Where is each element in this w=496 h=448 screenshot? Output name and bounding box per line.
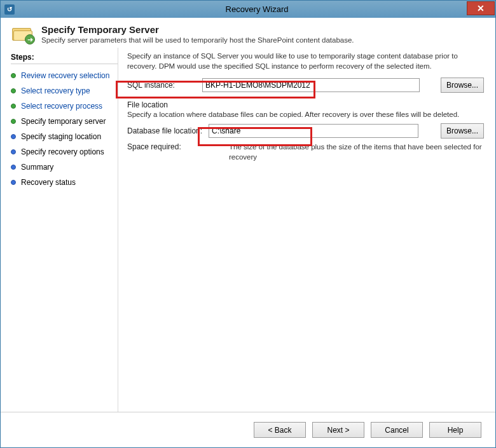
sql-instance-input[interactable] bbox=[202, 78, 420, 92]
bullet-done-icon bbox=[11, 104, 16, 109]
body: Steps: Review recovery selection Select … bbox=[1, 47, 495, 412]
page-subtitle: Specify server parameters that will be u… bbox=[41, 36, 484, 44]
step-select-recovery-process[interactable]: Select recovery process bbox=[10, 98, 118, 114]
steps-header: Steps: bbox=[11, 53, 118, 64]
intro-text: Specify an instance of SQL Server you wo… bbox=[127, 51, 485, 71]
titlebar: ↺ Recovery Wizard ✕ bbox=[1, 1, 495, 18]
step-label: Summary bbox=[21, 163, 53, 172]
wizard-footer: < Back Next > Cancel Help bbox=[1, 412, 495, 447]
step-select-recovery-type[interactable]: Select recovery type bbox=[10, 83, 118, 98]
app-icon: ↺ bbox=[4, 4, 15, 15]
step-label: Select recovery process bbox=[21, 102, 102, 111]
file-location-section-label: File location bbox=[127, 100, 485, 109]
step-label: Specify recovery options bbox=[21, 147, 104, 156]
step-summary[interactable]: Summary bbox=[10, 160, 118, 175]
space-required-row: Space required: The size of the database… bbox=[127, 142, 485, 162]
db-file-location-row: Database file location: Browse... bbox=[127, 123, 485, 139]
space-required-label: Space required: bbox=[127, 142, 229, 151]
sql-instance-row: SQL instance: Browse... bbox=[127, 78, 485, 93]
step-label: Specify staging location bbox=[21, 132, 101, 141]
space-required-value: The size of the database plus the size o… bbox=[229, 142, 485, 162]
bullet-done-icon bbox=[11, 73, 16, 78]
step-review-recovery-selection[interactable]: Review recovery selection bbox=[10, 68, 118, 83]
back-button[interactable]: < Back bbox=[254, 422, 306, 438]
db-file-location-input[interactable] bbox=[209, 124, 418, 138]
page-header: ➜ Specify Temporary Server Specify serve… bbox=[1, 18, 495, 47]
bullet-upcoming-icon bbox=[11, 165, 16, 170]
help-button[interactable]: Help bbox=[429, 422, 481, 438]
db-file-location-label: Database file location: bbox=[127, 126, 209, 135]
step-label: Recovery status bbox=[21, 178, 76, 187]
bullet-upcoming-icon bbox=[11, 149, 16, 154]
wizard-icon: ➜ bbox=[12, 24, 35, 44]
file-location-note: Specify a location where database files … bbox=[127, 111, 485, 118]
close-button[interactable]: ✕ bbox=[467, 1, 495, 15]
next-button[interactable]: Next > bbox=[312, 422, 364, 438]
step-label: Specify temporary server bbox=[21, 117, 106, 126]
dbloc-browse-button[interactable]: Browse... bbox=[441, 123, 484, 139]
bullet-upcoming-icon bbox=[11, 134, 16, 139]
step-label: Review recovery selection bbox=[21, 71, 109, 80]
content-pane: Specify an instance of SQL Server you wo… bbox=[118, 48, 488, 412]
page-title: Specify Temporary Server bbox=[41, 24, 484, 35]
bullet-done-icon bbox=[11, 88, 16, 93]
step-recovery-status[interactable]: Recovery status bbox=[10, 175, 118, 190]
recovery-wizard-window: ↺ Recovery Wizard ✕ ➜ Specify Temporary … bbox=[0, 0, 496, 448]
bullet-upcoming-icon bbox=[11, 180, 16, 185]
sql-instance-label: SQL instance: bbox=[127, 81, 202, 90]
close-icon: ✕ bbox=[477, 3, 485, 13]
step-label: Select recovery type bbox=[21, 86, 90, 95]
sql-browse-button[interactable]: Browse... bbox=[441, 78, 484, 93]
window-title: Recovery Wizard bbox=[18, 4, 495, 14]
step-specify-temporary-server[interactable]: Specify temporary server bbox=[10, 114, 118, 129]
cancel-button[interactable]: Cancel bbox=[371, 422, 423, 438]
steps-sidebar: Steps: Review recovery selection Select … bbox=[8, 48, 118, 412]
step-specify-recovery-options[interactable]: Specify recovery options bbox=[10, 144, 118, 160]
step-specify-staging-location[interactable]: Specify staging location bbox=[10, 129, 118, 144]
bullet-current-icon bbox=[11, 119, 16, 124]
